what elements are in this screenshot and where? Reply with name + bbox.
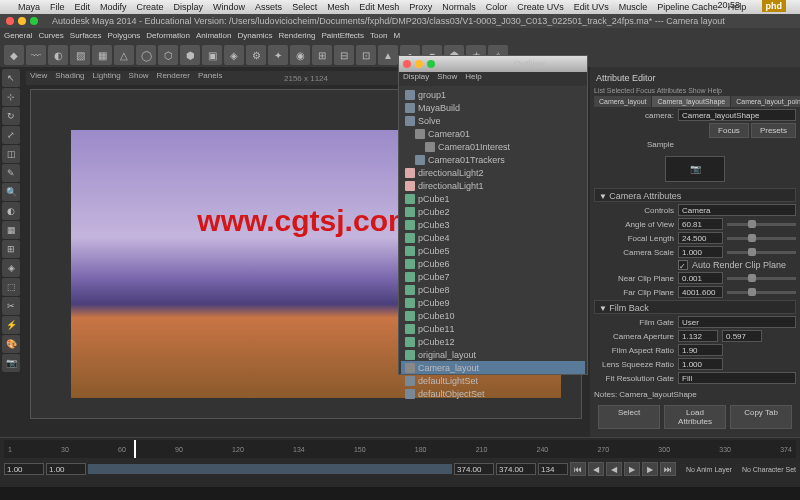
- presets-button[interactable]: Presets: [751, 123, 796, 138]
- outliner-item[interactable]: pCube6: [401, 257, 585, 270]
- focus-button[interactable]: Focus: [709, 123, 749, 138]
- menu-maya[interactable]: Maya: [18, 2, 40, 12]
- menu-create uvs[interactable]: Create UVs: [517, 2, 564, 12]
- tool-2[interactable]: ↻: [2, 107, 20, 125]
- menu-window[interactable]: Window: [213, 2, 245, 12]
- shelf-item-7[interactable]: ⬡: [158, 45, 178, 65]
- vp-menu-shading[interactable]: Shading: [55, 71, 84, 85]
- outliner-item[interactable]: Camera01Interest: [401, 140, 585, 153]
- current-frame-input[interactable]: [538, 463, 568, 475]
- outliner-item[interactable]: pCube10: [401, 309, 585, 322]
- close-icon[interactable]: [6, 17, 14, 25]
- shelf-item-9[interactable]: ▣: [202, 45, 222, 65]
- menu-proxy[interactable]: Proxy: [409, 2, 432, 12]
- shelf-tab-painteffects[interactable]: PaintEffects: [322, 31, 365, 40]
- step-back-button[interactable]: ◀: [588, 462, 604, 476]
- shelf-tab-polygons[interactable]: Polygons: [107, 31, 140, 40]
- outliner-item[interactable]: Camera_layout: [401, 361, 585, 374]
- fit-res-gate-select[interactable]: [678, 372, 796, 384]
- shelf-item-6[interactable]: ◯: [136, 45, 156, 65]
- vp-menu-view[interactable]: View: [30, 71, 47, 85]
- aov-slider[interactable]: [727, 223, 796, 226]
- minimize-icon[interactable]: [18, 17, 26, 25]
- menu-file[interactable]: File: [50, 2, 65, 12]
- fl-slider[interactable]: [727, 237, 796, 240]
- shelf-tab-dynamics[interactable]: Dynamics: [237, 31, 272, 40]
- controls-select[interactable]: [678, 204, 796, 216]
- camera-name-input[interactable]: [678, 109, 796, 121]
- menu-create[interactable]: Create: [137, 2, 164, 12]
- range-end-input[interactable]: [496, 463, 536, 475]
- outliner-menu-help[interactable]: Help: [465, 72, 481, 86]
- tool-1[interactable]: ⊹: [2, 88, 20, 106]
- select-button[interactable]: Select: [598, 405, 660, 429]
- shelf-item-15[interactable]: ⊟: [334, 45, 354, 65]
- tool-14[interactable]: 🎨: [2, 335, 20, 353]
- shelf-tab-surfaces[interactable]: Surfaces: [70, 31, 102, 40]
- playback-start-input[interactable]: [46, 463, 86, 475]
- menu-color[interactable]: Color: [486, 2, 508, 12]
- menu-edit uvs[interactable]: Edit UVs: [574, 2, 609, 12]
- menu-display[interactable]: Display: [174, 2, 204, 12]
- tool-12[interactable]: ✂: [2, 297, 20, 315]
- outliner-item[interactable]: original_layout: [401, 348, 585, 361]
- tool-9[interactable]: ⊞: [2, 240, 20, 258]
- menu-edit[interactable]: Edit: [75, 2, 91, 12]
- shelf-tab-toon[interactable]: Toon: [370, 31, 387, 40]
- camera-attributes-header[interactable]: ▼ Camera Attributes: [594, 188, 796, 202]
- close-icon[interactable]: [403, 60, 411, 68]
- far-clip-input[interactable]: [678, 286, 723, 298]
- outliner-item[interactable]: Camera01Trackers: [401, 153, 585, 166]
- menu-pipeline cache[interactable]: Pipeline Cache: [657, 2, 718, 12]
- current-time-marker[interactable]: [134, 440, 136, 458]
- menu-select[interactable]: Select: [292, 2, 317, 12]
- playback-end-input[interactable]: [454, 463, 494, 475]
- fast-fwd-button[interactable]: ⏭: [660, 462, 676, 476]
- load-attributes-button[interactable]: Load Attributes: [664, 405, 726, 429]
- cs-slider[interactable]: [727, 251, 796, 254]
- minimize-icon[interactable]: [415, 60, 423, 68]
- vp-menu-panels[interactable]: Panels: [198, 71, 222, 85]
- tool-5[interactable]: ✎: [2, 164, 20, 182]
- tool-13[interactable]: ⚡: [2, 316, 20, 334]
- camera-scale-input[interactable]: [678, 246, 723, 258]
- time-slider[interactable]: 1306090120134150180210240270300330374: [4, 440, 796, 458]
- shelf-tab-deformation[interactable]: Deformation: [146, 31, 190, 40]
- outliner-item[interactable]: pCube3: [401, 218, 585, 231]
- focal-length-input[interactable]: [678, 232, 723, 244]
- menu-edit mesh[interactable]: Edit Mesh: [359, 2, 399, 12]
- outliner-item[interactable]: Solve: [401, 114, 585, 127]
- zoom-icon[interactable]: [427, 60, 435, 68]
- shelf-item-1[interactable]: 〰: [26, 45, 46, 65]
- menu-muscle[interactable]: Muscle: [619, 2, 648, 12]
- vp-menu-show[interactable]: Show: [129, 71, 149, 85]
- shelf-tab-animation[interactable]: Animation: [196, 31, 232, 40]
- shelf-item-12[interactable]: ✦: [268, 45, 288, 65]
- outliner-item[interactable]: directionalLight2: [401, 166, 585, 179]
- lens-squeeze-input[interactable]: [678, 358, 723, 370]
- outliner-menu-show[interactable]: Show: [437, 72, 457, 86]
- tool-7[interactable]: ◐: [2, 202, 20, 220]
- outliner-item[interactable]: pCube2: [401, 205, 585, 218]
- outliner-item[interactable]: defaultLightSet: [401, 374, 585, 387]
- tool-11[interactable]: ⬚: [2, 278, 20, 296]
- tool-3[interactable]: ⤢: [2, 126, 20, 144]
- attr-tab[interactable]: Camera_layout_pointCon: [731, 96, 800, 107]
- range-slider[interactable]: [88, 464, 452, 474]
- shelf-item-8[interactable]: ⬢: [180, 45, 200, 65]
- near-clip-input[interactable]: [678, 272, 723, 284]
- shelf-item-13[interactable]: ◉: [290, 45, 310, 65]
- attr-tab[interactable]: Camera_layout: [594, 96, 651, 107]
- vp-menu-renderer[interactable]: Renderer: [157, 71, 190, 85]
- shelf-item-5[interactable]: △: [114, 45, 134, 65]
- tool-15[interactable]: 📷: [2, 354, 20, 372]
- outliner-item[interactable]: pCube7: [401, 270, 585, 283]
- menu-normals[interactable]: Normals: [442, 2, 476, 12]
- shelf-item-17[interactable]: ▲: [378, 45, 398, 65]
- step-fwd-button[interactable]: ▶: [642, 462, 658, 476]
- aperture-x-input[interactable]: [678, 330, 718, 342]
- film-aspect-input[interactable]: [678, 344, 723, 356]
- outliner-item[interactable]: directionalLight1: [401, 179, 585, 192]
- film-gate-select[interactable]: [678, 316, 796, 328]
- menu-assets[interactable]: Assets: [255, 2, 282, 12]
